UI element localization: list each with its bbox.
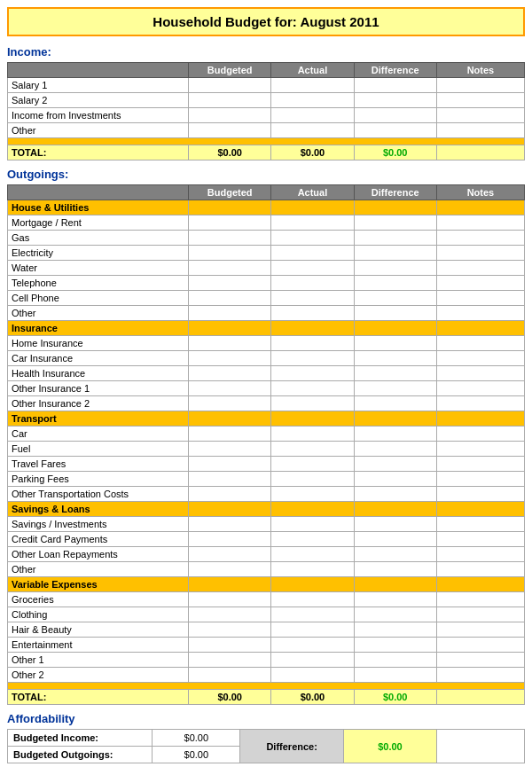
- outgoings-row-notes: [436, 457, 524, 472]
- income-row-actual: [271, 108, 354, 123]
- outgoings-row-notes: [436, 231, 524, 246]
- income-row-budgeted: [189, 108, 271, 123]
- outgoings-row: Other: [8, 562, 525, 577]
- outgoings-row: Cell Phone: [8, 291, 525, 306]
- income-header-actual: Actual: [271, 63, 354, 78]
- outgoings-row-difference: [354, 246, 436, 261]
- outgoings-row-actual: [271, 366, 354, 381]
- income-total-budgeted: $0.00: [189, 145, 271, 160]
- category-actual: [271, 321, 354, 336]
- outgoings-row-notes: [436, 472, 524, 487]
- outgoings-row-budgeted: [189, 638, 271, 653]
- outgoings-row-budgeted: [189, 351, 271, 366]
- outgoings-row-label: Other Transportation Costs: [8, 487, 189, 502]
- outgoings-row-actual: [271, 607, 354, 622]
- outgoings-row-notes: [436, 261, 524, 276]
- income-empty-row: [8, 138, 525, 145]
- outgoings-row: Other 1: [8, 653, 525, 668]
- outgoings-row-actual: [271, 351, 354, 366]
- outgoings-total-difference: $0.00: [354, 690, 436, 705]
- outgoings-row-actual: [271, 291, 354, 306]
- outgoings-row-label: Other Loan Repayments: [8, 547, 189, 562]
- outgoings-row-difference: [354, 668, 436, 683]
- outgoings-row: Other Insurance 1: [8, 381, 525, 396]
- income-total-notes: [436, 145, 524, 160]
- outgoings-row-budgeted: [189, 532, 271, 547]
- outgoings-header-budgeted: Budgeted: [189, 185, 271, 200]
- outgoings-row-difference: [354, 336, 436, 351]
- outgoings-category-header: Savings & Loans: [8, 502, 525, 517]
- outgoings-total-budgeted: $0.00: [189, 690, 271, 705]
- outgoings-category-header: House & Utilities: [8, 200, 525, 215]
- category-actual: [271, 577, 354, 592]
- outgoings-row-difference: [354, 487, 436, 502]
- income-total-label: TOTAL:: [8, 145, 189, 160]
- outgoings-row-difference: [354, 231, 436, 246]
- outgoings-row: Other Transportation Costs: [8, 487, 525, 502]
- income-row: Other: [8, 123, 525, 138]
- budgeted-income-label: Budgeted Income:: [8, 730, 153, 747]
- income-row-label: Salary 2: [8, 93, 189, 108]
- outgoings-row-difference: [354, 306, 436, 321]
- outgoings-row-budgeted: [189, 427, 271, 442]
- category-budgeted: [189, 577, 271, 592]
- category-budgeted: [189, 502, 271, 517]
- outgoings-row: Gas: [8, 231, 525, 246]
- outgoings-row-label: Other 1: [8, 653, 189, 668]
- outgoings-row-difference: [354, 427, 436, 442]
- category-budgeted: [189, 321, 271, 336]
- outgoings-total-label: TOTAL:: [8, 690, 189, 705]
- outgoings-row-difference: [354, 607, 436, 622]
- outgoings-row-notes: [436, 517, 524, 532]
- outgoings-row-notes: [436, 276, 524, 291]
- category-notes: [436, 502, 524, 517]
- outgoings-row-notes: [436, 607, 524, 622]
- outgoings-row-actual: [271, 306, 354, 321]
- outgoings-row-actual: [271, 592, 354, 607]
- category-name: Transport: [8, 411, 189, 427]
- income-header-notes: Notes: [436, 63, 524, 78]
- outgoings-row-actual: [271, 517, 354, 532]
- outgoings-row-label: Credit Card Payments: [8, 532, 189, 547]
- outgoings-row-difference: [354, 276, 436, 291]
- outgoings-header-label: [8, 185, 189, 200]
- outgoings-row-budgeted: [189, 653, 271, 668]
- outgoings-row-notes: [436, 532, 524, 547]
- outgoings-row-actual: [271, 472, 354, 487]
- outgoings-row-difference: [354, 351, 436, 366]
- category-difference: [354, 321, 436, 336]
- outgoings-row-actual: [271, 653, 354, 668]
- outgoings-row: Electricity: [8, 246, 525, 261]
- income-row-notes: [436, 123, 524, 138]
- outgoings-row-actual: [271, 668, 354, 683]
- income-row: Salary 2: [8, 93, 525, 108]
- outgoings-row: Telephone: [8, 276, 525, 291]
- affordability-section-title: Affordability: [7, 712, 525, 725]
- income-total-difference: $0.00: [354, 145, 436, 160]
- category-difference: [354, 577, 436, 592]
- income-row-difference: [354, 123, 436, 138]
- outgoings-row: Home Insurance: [8, 336, 525, 351]
- outgoings-row-difference: [354, 532, 436, 547]
- affordability-budgeted-row: Budgeted Income: $0.00 Difference: $0.00: [8, 730, 525, 747]
- outgoings-row-budgeted: [189, 306, 271, 321]
- outgoings-row: Water: [8, 261, 525, 276]
- outgoings-row-notes: [436, 215, 524, 231]
- outgoings-row-difference: [354, 366, 436, 381]
- outgoings-row-budgeted: [189, 276, 271, 291]
- income-row-notes: [436, 78, 524, 93]
- category-budgeted: [189, 200, 271, 215]
- outgoings-category-header: Transport: [8, 411, 525, 427]
- category-budgeted: [189, 411, 271, 427]
- outgoings-row-label: Cell Phone: [8, 291, 189, 306]
- outgoings-row-difference: [354, 472, 436, 487]
- outgoings-row: Travel Fares: [8, 457, 525, 472]
- affordability-spacer: [8, 763, 525, 768]
- income-row-difference: [354, 78, 436, 93]
- outgoings-row-budgeted: [189, 607, 271, 622]
- outgoings-row-label: Car: [8, 427, 189, 442]
- outgoings-empty-row: [8, 683, 525, 690]
- outgoings-row-label: Other 2: [8, 668, 189, 683]
- category-name: Insurance: [8, 321, 189, 336]
- outgoings-row-budgeted: [189, 457, 271, 472]
